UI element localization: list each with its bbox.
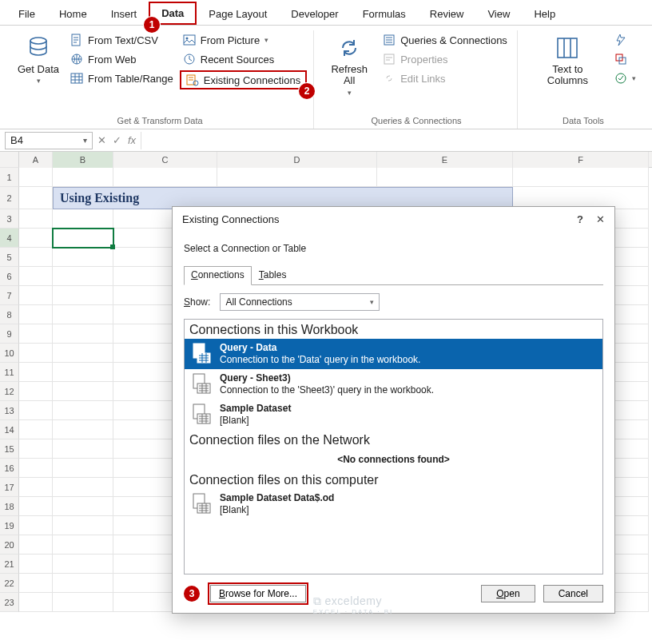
text-to-columns-button[interactable]: Text to Columns	[527, 30, 608, 90]
row-23[interactable]: 23	[0, 593, 19, 612]
refresh-all-button[interactable]: Refresh All ▾	[322, 30, 376, 100]
col-A[interactable]: A	[19, 152, 53, 168]
col-C[interactable]: C	[113, 152, 217, 168]
connection-item-name: Sample Dataset	[220, 403, 291, 415]
tab-home[interactable]: Home	[47, 3, 99, 25]
row-21[interactable]: 21	[0, 555, 19, 574]
connection-item-sample-dataset[interactable]: Sample Dataset[Blank]	[185, 400, 602, 430]
existing-connections-button[interactable]: Existing Connections 2	[180, 70, 307, 89]
col-F[interactable]: F	[513, 152, 649, 168]
queries-connections-button[interactable]: Queries & Connections	[380, 32, 511, 48]
database-icon	[24, 34, 53, 62]
cell-B4[interactable]	[53, 229, 113, 248]
group-title-qc: Queries & Connections	[371, 116, 461, 129]
row-13[interactable]: 13	[0, 401, 19, 420]
tab-pagelayout[interactable]: Page Layout	[197, 3, 279, 25]
row-10[interactable]: 10	[0, 344, 19, 363]
connection-item-query-data[interactable]: Query - DataConnection to the 'Data' que…	[185, 339, 602, 369]
enter-icon[interactable]: ✓	[113, 134, 121, 146]
tab-conn-label: onnections	[198, 269, 245, 280]
row-1[interactable]: 1	[0, 168, 19, 187]
properties-label: Properties	[400, 54, 447, 66]
connection-file-icon	[191, 403, 213, 425]
tab-file[interactable]: File	[6, 3, 47, 25]
existing-connections-label: Existing Connections	[204, 74, 300, 86]
row-17[interactable]: 17	[0, 478, 19, 497]
table-icon	[70, 72, 83, 85]
row-9[interactable]: 9	[0, 324, 19, 344]
connection-file-icon	[191, 372, 213, 395]
get-data-button[interactable]: Get Data ▾	[13, 30, 64, 91]
cancel-icon[interactable]: ✕	[97, 134, 106, 146]
help-icon[interactable]: ?	[577, 213, 583, 225]
row-14[interactable]: 14	[0, 420, 19, 439]
dialog-tab-connections[interactable]: Connections	[184, 266, 252, 285]
row-6[interactable]: 6	[0, 267, 19, 286]
from-text-csv-label: From Text/CSV	[88, 34, 158, 46]
columns-icon	[553, 34, 582, 62]
select-all-corner[interactable]	[0, 152, 19, 168]
duplicates-icon	[614, 53, 627, 66]
row-15[interactable]: 15	[0, 439, 19, 459]
dialog-tabs: Connections Tables	[184, 265, 603, 285]
list-icon	[383, 34, 396, 46]
open-label-rest: pen	[504, 588, 520, 599]
row-20[interactable]: 20	[0, 535, 19, 555]
ribbon-tabs: File Home Insert Data 1 Page Layout Deve…	[0, 0, 652, 26]
chevron-down-icon: ▾	[37, 77, 41, 85]
tab-data[interactable]: Data 1	[149, 2, 197, 25]
row-3[interactable]: 3	[0, 209, 19, 229]
from-web-button[interactable]: From Web	[67, 51, 177, 67]
fx-icon[interactable]: fx	[128, 134, 136, 146]
recent-sources-button[interactable]: Recent Sources	[180, 51, 307, 67]
col-B[interactable]: B	[53, 152, 113, 168]
tab-view[interactable]: View	[475, 3, 522, 25]
tab-help[interactable]: Help	[522, 3, 567, 25]
tab-review[interactable]: Review	[418, 3, 476, 25]
row-22[interactable]: 22	[0, 574, 19, 593]
row-8[interactable]: 8	[0, 305, 19, 324]
row-2[interactable]: 2	[0, 187, 19, 209]
row-5[interactable]: 5	[0, 248, 19, 267]
svg-point-5	[185, 38, 188, 40]
section-workbook: Connections in this Workbook	[185, 320, 602, 339]
flash-fill-button[interactable]	[611, 32, 639, 48]
edit-links-label: Edit Links	[400, 73, 445, 85]
from-text-csv-button[interactable]: From Text/CSV	[67, 32, 177, 48]
connection-item-query-sheet3[interactable]: Query - Sheet3)Connection to the 'Sheet3…	[185, 369, 602, 400]
row-18[interactable]: 18	[0, 497, 19, 516]
row-7[interactable]: 7	[0, 286, 19, 305]
svg-point-8	[193, 81, 198, 85]
col-D[interactable]: D	[217, 152, 377, 168]
tab-developer[interactable]: Developer	[279, 3, 350, 25]
row-4[interactable]: 4	[0, 229, 19, 248]
row-19[interactable]: 19	[0, 516, 19, 535]
col-E[interactable]: E	[377, 152, 513, 168]
tab-formulas[interactable]: Formulas	[351, 3, 418, 25]
data-validation-button[interactable]: ▾	[611, 70, 639, 86]
connection-item-sample-dataset-od[interactable]: Sample Dataset Data$.od[Blank]	[185, 489, 602, 519]
refresh-icon	[335, 34, 364, 62]
cancel-button[interactable]: Cancel	[543, 585, 603, 602]
name-box[interactable]: B4 ▾	[5, 132, 93, 149]
from-table-range-button[interactable]: From Table/Range	[67, 70, 177, 86]
text-to-columns-label: Text to Columns	[532, 64, 603, 87]
tab-insert[interactable]: Insert	[99, 3, 149, 25]
formula-bar: B4 ▾ ✕ ✓ fx	[0, 129, 652, 152]
chevron-down-icon[interactable]: ▾	[83, 136, 87, 145]
browse-for-more-button[interactable]: Browse for More...	[210, 585, 306, 602]
close-icon[interactable]: ✕	[596, 213, 605, 225]
show-dropdown[interactable]: All Connections ▾	[220, 293, 380, 311]
row-12[interactable]: 12	[0, 382, 19, 401]
dialog-tab-tables[interactable]: Tables	[252, 266, 294, 285]
open-button[interactable]: Open	[481, 585, 535, 602]
get-data-label: Get Data	[18, 64, 59, 75]
row-11[interactable]: 11	[0, 363, 19, 382]
remove-duplicates-button[interactable]	[611, 51, 639, 67]
row-16[interactable]: 16	[0, 459, 19, 478]
from-picture-button[interactable]: From Picture ▾	[180, 32, 307, 48]
group-title-dt: Data Tools	[563, 116, 604, 129]
tab-tables-label: ables	[264, 269, 287, 280]
connection-list[interactable]: Connections in this Workbook Query - Dat…	[184, 319, 603, 574]
connection-item-desc: [Blank]	[220, 504, 334, 516]
